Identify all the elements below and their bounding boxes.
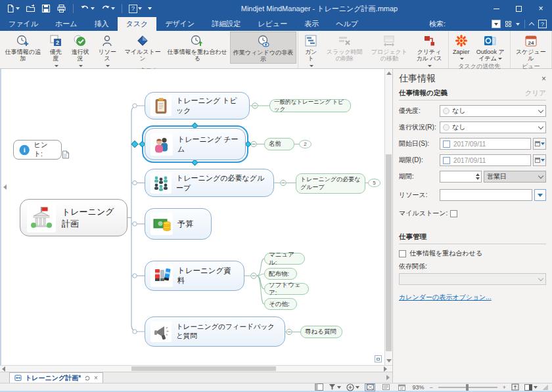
tab-home[interactable]: ホーム	[47, 17, 86, 31]
rollup-checkbox[interactable]	[399, 250, 406, 257]
subtopic-other[interactable]: その他:	[264, 298, 297, 310]
milestone-checkbox[interactable]	[450, 210, 457, 217]
topic-groups-needing-training[interactable]: トレーニングの必要なグループ	[145, 169, 274, 197]
subtopic-name[interactable]: 名前	[264, 138, 294, 150]
due-date-field[interactable]: 2017/09/11	[440, 154, 531, 166]
milestone-button[interactable]: マイルストーン	[121, 32, 165, 62]
due-date-checkbox[interactable]	[443, 157, 450, 164]
rollup-task-info-button[interactable]: 仕事情報を重ね合わせる	[165, 32, 230, 62]
progress-button[interactable]: 進行状況	[67, 32, 94, 66]
maximize-button[interactable]	[507, 0, 530, 17]
tab-task[interactable]: タスク	[118, 17, 157, 31]
subtopic-manual[interactable]: マニュアル:	[264, 253, 305, 265]
scroll-up-arrow[interactable]	[386, 72, 392, 75]
subtopic-general-training-topic[interactable]: 一般的なトレーニング トピック	[269, 99, 351, 112]
tab-scroll-left-icon[interactable]	[3, 185, 7, 190]
open-button[interactable]	[24, 3, 37, 14]
critical-path-button[interactable]: クリティカル パス	[411, 32, 447, 69]
tab-review[interactable]: レビュー	[249, 17, 296, 31]
calendar-options-link[interactable]: カレンダーの表示オプション...	[399, 293, 492, 302]
schedule-view-button[interactable]	[396, 383, 407, 391]
start-date-field[interactable]: 2017/09/11	[440, 138, 531, 150]
outlook-items-button[interactable]: Outlook アイテム	[472, 32, 509, 62]
duration-unit-select[interactable]: 営業日	[484, 171, 546, 183]
minimize-button[interactable]	[485, 0, 507, 17]
topic-training-topic[interactable]: トレーニング トピック	[145, 92, 250, 120]
duration-spinner[interactable]	[440, 171, 482, 183]
priority-select[interactable]: なし	[440, 105, 546, 117]
zoom-slider-thumb[interactable]	[466, 384, 469, 391]
schedule-view-button[interactable]: 24 スケジュール	[512, 32, 550, 62]
subtopic-questions-to-ask[interactable]: 尋ねる質問	[300, 326, 342, 338]
hint-topic[interactable]: i ヒント:	[13, 140, 62, 160]
search-scope-dropdown[interactable]	[492, 20, 501, 28]
collapse-handle[interactable]	[133, 104, 137, 108]
close-button[interactable]: ×	[530, 0, 552, 17]
print-button[interactable]	[55, 3, 68, 14]
subtopic-handout[interactable]: 配布物:	[264, 268, 297, 280]
collapse-ribbon-icon[interactable]	[529, 22, 534, 28]
vertical-scroll-thumb[interactable]	[386, 154, 392, 351]
resources-input[interactable]	[440, 189, 532, 201]
save-button[interactable]	[39, 3, 53, 14]
zoom-out-button[interactable]: −	[429, 384, 432, 391]
collapse-handle[interactable]	[133, 181, 137, 185]
gantt-button[interactable]: ガント	[300, 32, 322, 66]
horizontal-scroll-thumb[interactable]	[131, 366, 276, 371]
collapsed-count-badge[interactable]: 2	[299, 140, 311, 148]
subtopic-software[interactable]: ソフトウェア:	[264, 283, 309, 295]
collapse-handle[interactable]	[133, 330, 137, 334]
tab-advanced[interactable]: 詳細設定	[203, 17, 249, 31]
undo-button[interactable]	[78, 3, 97, 14]
start-date-checkbox[interactable]	[443, 141, 450, 148]
tab-scroll-right-icon[interactable]	[386, 375, 390, 380]
resources-dropdown-button[interactable]	[534, 189, 546, 201]
panel-layout-button[interactable]	[524, 384, 538, 391]
document-tab[interactable]: トレーニング計画* ×	[9, 372, 103, 383]
tab-help[interactable]: ヘルプ	[327, 17, 367, 31]
zapier-button[interactable]: Zapier	[450, 32, 472, 59]
filter-button[interactable]	[329, 383, 341, 391]
redo-button[interactable]	[99, 3, 117, 14]
spin-down-icon[interactable]	[476, 177, 480, 180]
fit-map-button[interactable]	[511, 383, 519, 391]
zoom-slider[interactable]	[438, 387, 497, 388]
customize-toolbar-button[interactable]	[146, 6, 154, 11]
notes-icon[interactable]	[62, 150, 70, 159]
priority-button[interactable]: 2 優先度	[45, 32, 67, 66]
power-filter-button[interactable]	[346, 383, 359, 391]
progress-select[interactable]: なし	[440, 121, 546, 133]
collapsed-count-badge[interactable]: 5	[368, 179, 380, 187]
tab-view[interactable]: 表示	[296, 17, 327, 31]
collapse-handle[interactable]	[133, 222, 137, 226]
topic-feedback-questions[interactable]: トレーニングのフィードバックと質問	[145, 316, 285, 347]
chevron-down-icon[interactable]	[516, 23, 520, 26]
task-pane-toggle-button[interactable]	[315, 383, 323, 391]
map-view-button[interactable]	[365, 383, 375, 391]
view-switcher-icon[interactable]	[505, 21, 511, 27]
panel-close-icon[interactable]: ×	[541, 74, 546, 83]
help-button[interactable]: ?	[127, 3, 144, 14]
scroll-right-arrow[interactable]	[384, 366, 387, 372]
topic-training-materials[interactable]: トレーニング資料	[145, 261, 244, 291]
clear-link[interactable]: クリア	[525, 89, 546, 98]
sync-icon[interactable]	[84, 375, 91, 381]
vertical-scrollbar[interactable]	[384, 69, 392, 365]
selected-collapse-handle[interactable]	[131, 141, 138, 148]
close-tab-icon[interactable]: ×	[94, 374, 98, 381]
horizontal-scrollbar[interactable]	[0, 365, 392, 372]
root-topic[interactable]: トレーニング計画	[20, 199, 127, 236]
tab-insert[interactable]: 挿入	[86, 17, 118, 31]
fit-page-corner-button[interactable]	[375, 355, 382, 362]
map-canvas[interactable]: i ヒント: トレーニング計画	[0, 69, 384, 365]
topic-budget[interactable]: 予算	[145, 208, 212, 240]
spin-up-icon[interactable]	[476, 173, 480, 176]
tab-design[interactable]: デザイン	[156, 17, 203, 31]
hide-task-pane-button[interactable]: 作業ウィンドウの非表示	[230, 32, 296, 64]
scroll-down-arrow[interactable]	[386, 359, 392, 362]
outline-view-button[interactable]	[380, 383, 391, 391]
resources-button[interactable]: リソース	[93, 32, 120, 66]
due-date-calendar-button[interactable]	[533, 154, 546, 166]
zoom-in-button[interactable]: +	[503, 384, 506, 391]
resize-grip[interactable]	[543, 385, 548, 390]
